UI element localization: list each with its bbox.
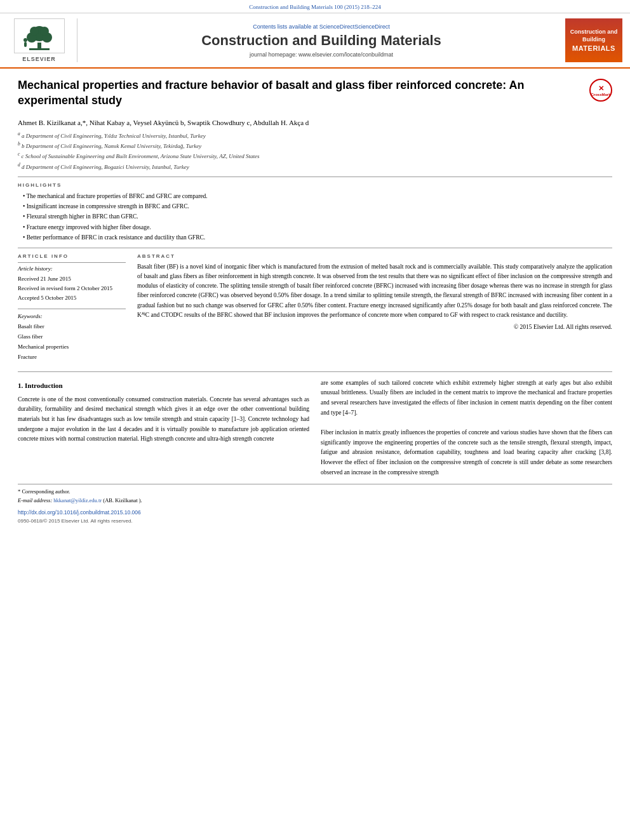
journal-title-header: Construction and Building Materials bbox=[201, 32, 441, 49]
highlight-2: Insignificant increase in compressive st… bbox=[23, 201, 612, 211]
divider-1 bbox=[18, 177, 612, 177]
elsevier-logo: ELSEVIER bbox=[8, 18, 77, 62]
journal-citation: Construction and Building Materials 100 … bbox=[249, 4, 380, 10]
body-col-left: 1. Introduction Concrete is one of the m… bbox=[18, 378, 309, 478]
keywords-divider bbox=[18, 309, 126, 309]
article-title-section: Mechanical properties and fracture behav… bbox=[18, 77, 612, 114]
logo-title-text: Construction and Building bbox=[569, 29, 619, 43]
corresponding-author-note: * Corresponding author. bbox=[18, 488, 612, 497]
svg-point-8 bbox=[23, 38, 27, 42]
highlights-section: HIGHLIGHTS The mechanical and fracture p… bbox=[18, 182, 612, 243]
issn-text: 0950-0618/© 2015 Elsevier Ltd. All right… bbox=[18, 517, 612, 526]
abstract-label: ABSTRACT bbox=[137, 253, 612, 259]
footnote-area: * Corresponding author. E-mail address: … bbox=[18, 484, 612, 526]
svg-rect-1 bbox=[37, 43, 41, 49]
affiliation-b: b b Department of Civil Engineering, Nam… bbox=[18, 140, 612, 150]
contents-available-text: Contents lists available at bbox=[253, 23, 318, 30]
highlight-3: Flexural strength higher in BFRC than GF… bbox=[23, 211, 612, 222]
intro-text-col2b: Fiber inclusion in matrix greatly influe… bbox=[321, 428, 612, 477]
keyword-1: Basalt fiber bbox=[18, 321, 126, 331]
highlights-list: The mechanical and fracture properties o… bbox=[18, 191, 612, 243]
keyword-4: Fracture bbox=[18, 352, 126, 362]
article-info-col: ARTICLE INFO Article history: Received 2… bbox=[18, 253, 126, 363]
keyword-2: Glass fiber bbox=[18, 331, 126, 342]
article-info-abstract: ARTICLE INFO Article history: Received 2… bbox=[18, 253, 612, 363]
intro-text-col1: Concrete is one of the most conventional… bbox=[18, 395, 309, 444]
keyword-3: Mechanical properties bbox=[18, 342, 126, 352]
svg-rect-9 bbox=[24, 42, 27, 47]
highlight-5: Better performance of BFRC in crack resi… bbox=[23, 232, 612, 243]
received-date: Received 21 June 2015 bbox=[18, 274, 126, 284]
received-revised-date: Received in revised form 2 October 2015 bbox=[18, 284, 126, 293]
email-value[interactable]: hkkanat@yildiz.edu.tr bbox=[53, 497, 102, 503]
accepted-date: Accepted 5 October 2015 bbox=[18, 293, 126, 303]
affiliation-d: d d Department of Civil Engineering, Bog… bbox=[18, 161, 612, 171]
journal-homepage: journal homepage: www.elsevier.com/locat… bbox=[250, 51, 393, 58]
sciencedirect-link[interactable]: ScienceDirect bbox=[319, 23, 355, 30]
article-title: Mechanical properties and fracture behav… bbox=[18, 77, 583, 109]
email-label: E-mail address: bbox=[18, 497, 53, 503]
article-info-label: ARTICLE INFO bbox=[18, 253, 126, 259]
email-note: E-mail address: hkkanat@yildiz.edu.tr (A… bbox=[18, 497, 612, 505]
affiliation-a: a a Department of Civil Engineering, Yıl… bbox=[18, 130, 612, 140]
svg-point-6 bbox=[30, 27, 39, 36]
journal-logo-right: Construction and Building MATERIALS bbox=[565, 18, 622, 62]
authors-line: Ahmet B. Kizilkanat a,*, Nihat Kabay a, … bbox=[18, 119, 612, 126]
elsevier-logo-box bbox=[14, 18, 65, 53]
divider-thick bbox=[18, 371, 612, 372]
svg-point-7 bbox=[40, 27, 49, 36]
abstract-col: ABSTRACT Basalt fiber (BF) is a novel ki… bbox=[137, 253, 612, 363]
journal-center: Contents lists available at ScienceDirec… bbox=[84, 18, 559, 62]
intro-text-col2: are some examples of such tailored concr… bbox=[321, 378, 612, 418]
crossmark-icon: ✕ CrossMark bbox=[589, 79, 612, 102]
crossmark: ✕ CrossMark bbox=[589, 79, 612, 102]
top-bar: Construction and Building Materials 100 … bbox=[0, 0, 630, 13]
body-columns: 1. Introduction Concrete is one of the m… bbox=[18, 378, 612, 478]
highlight-1: The mechanical and fracture properties o… bbox=[23, 191, 612, 201]
affiliations-block: a a Department of Civil Engineering, Yıl… bbox=[18, 130, 612, 172]
affiliation-c: c c School of Sustainable Engineering an… bbox=[18, 150, 612, 161]
author-initials: (AB. Kizilkanat ). bbox=[103, 497, 142, 503]
body-col-right: are some examples of such tailored concr… bbox=[321, 378, 612, 478]
sciencedirect-notice: Contents lists available at ScienceDirec… bbox=[253, 23, 390, 30]
svg-rect-2 bbox=[29, 48, 50, 50]
journal-header: ELSEVIER Contents lists available at Sci… bbox=[0, 13, 630, 69]
highlight-4: Fracture energy improved with higher fib… bbox=[23, 222, 612, 232]
copyright-notice: © 2015 Elsevier Ltd. All rights reserved… bbox=[137, 323, 612, 332]
article-history-label: Article history: bbox=[18, 265, 126, 272]
highlights-label: HIGHLIGHTS bbox=[18, 182, 612, 188]
divider-2 bbox=[18, 248, 612, 248]
info-divider bbox=[18, 262, 126, 263]
keywords-section: Keywords: Basalt fiber Glass fiber Mecha… bbox=[18, 313, 126, 363]
keywords-list: Basalt fiber Glass fiber Mechanical prop… bbox=[18, 321, 126, 363]
doi-link[interactable]: http://dx.doi.org/10.1016/j.conbuildmat.… bbox=[18, 509, 612, 517]
logo-materials-text: MATERIALS bbox=[572, 44, 615, 52]
elsevier-brand-text: ELSEVIER bbox=[22, 56, 56, 62]
abstract-text: Basalt fiber (BF) is a novel kind of ino… bbox=[137, 262, 612, 332]
intro-heading: 1. Introduction bbox=[18, 380, 309, 391]
elsevier-tree-icon bbox=[17, 21, 62, 51]
history-entries: Received 21 June 2015 Received in revise… bbox=[18, 274, 126, 303]
keywords-label: Keywords: bbox=[18, 313, 126, 319]
